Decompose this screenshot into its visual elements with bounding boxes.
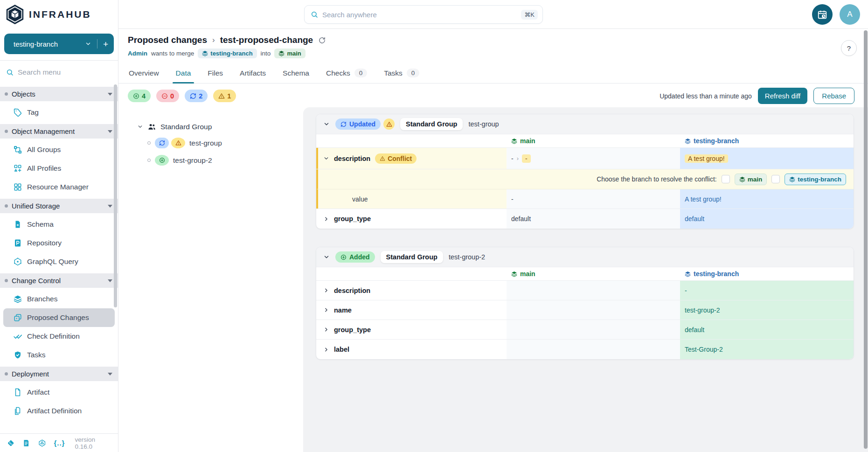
create-branch-button[interactable]: + bbox=[103, 40, 108, 49]
bullet-icon bbox=[5, 130, 8, 133]
resolver-label: Choose the branch to resolve the conflic… bbox=[597, 175, 717, 183]
sidebar-item-label: Branches bbox=[27, 295, 57, 303]
chevron-right-icon[interactable] bbox=[323, 327, 329, 333]
sidebar-item-artifact[interactable]: Artifact bbox=[0, 383, 118, 402]
documents-icon bbox=[14, 407, 22, 415]
sidebar-item-schema[interactable]: Schema bbox=[0, 215, 118, 234]
status-label: Added bbox=[349, 253, 370, 261]
sidebar-item-graphql-query[interactable]: GraphQL Query bbox=[0, 252, 118, 271]
resolve-branch-option[interactable]: testing-branch bbox=[785, 174, 846, 185]
tree-node-test-group[interactable]: test-group bbox=[147, 138, 303, 148]
tag-icon bbox=[14, 108, 22, 117]
breadcrumb-root[interactable]: Proposed changes bbox=[128, 35, 207, 45]
diff-card-test-group: Updated Standard Group test-group main t… bbox=[316, 114, 854, 229]
tree-node-label: test-group-2 bbox=[173, 156, 212, 165]
menu-section-change-control[interactable]: Change Control bbox=[0, 273, 118, 288]
conflict-pill: Conflict bbox=[375, 153, 417, 164]
avatar[interactable]: A bbox=[840, 4, 860, 25]
sidebar-item-check-definition[interactable]: Check Definition bbox=[0, 327, 118, 346]
chevron-down-icon[interactable] bbox=[323, 121, 330, 127]
sidebar-item-tag[interactable]: Tag bbox=[0, 103, 118, 122]
refresh-diff-button[interactable]: Refresh diff bbox=[758, 88, 807, 104]
chevron-down-icon[interactable] bbox=[323, 155, 329, 161]
main-column-header: main bbox=[507, 270, 680, 278]
chevron-right-icon[interactable] bbox=[323, 287, 329, 293]
branch-icon bbox=[739, 176, 745, 182]
rebase-button[interactable]: Rebase bbox=[813, 88, 854, 104]
app-logo[interactable]: INFRAHUB bbox=[0, 0, 118, 29]
branch-column-header: testing-branch bbox=[680, 270, 854, 278]
conflict-warning-icon bbox=[383, 118, 395, 130]
scrollbar-thumb[interactable] bbox=[864, 30, 868, 449]
resolve-main-checkbox[interactable] bbox=[722, 175, 730, 183]
schedule-button[interactable] bbox=[812, 4, 833, 25]
bullet-icon bbox=[147, 141, 151, 145]
global-search[interactable]: ⌘K bbox=[304, 5, 543, 24]
branch-selector[interactable]: testing-branch + bbox=[4, 34, 114, 54]
tab-schema[interactable]: Schema bbox=[283, 63, 309, 83]
sidebar-item-tasks[interactable]: Tasks bbox=[0, 346, 118, 364]
branch-value: default bbox=[685, 326, 704, 334]
sidebar-item-label: Artifact bbox=[27, 388, 49, 396]
menu-section-deployment[interactable]: Deployment bbox=[0, 367, 118, 381]
branch-value-cell: A test group! bbox=[680, 189, 854, 209]
global-search-input[interactable] bbox=[322, 11, 517, 19]
graphql-sandbox-icon[interactable] bbox=[38, 439, 46, 447]
sidebar-item-label: All Profiles bbox=[27, 164, 61, 173]
tab-data[interactable]: Data bbox=[176, 63, 191, 83]
tab-tasks[interactable]: Tasks0 bbox=[384, 63, 419, 83]
tree-node-test-group-2[interactable]: test-group-2 bbox=[147, 155, 303, 166]
git-icon[interactable] bbox=[7, 439, 14, 447]
updated-badge bbox=[155, 138, 169, 148]
attribute-name: description bbox=[334, 155, 370, 162]
attribute-row-label: label Test-Group-2 bbox=[316, 340, 854, 359]
chevron-right-icon[interactable] bbox=[323, 307, 329, 313]
resolve-branch-checkbox[interactable] bbox=[771, 175, 780, 183]
menu-search-input[interactable] bbox=[18, 68, 97, 76]
sidebar-item-artifact-definition[interactable]: Artifact Definition bbox=[0, 402, 118, 420]
attribute-row-description: description - bbox=[316, 281, 854, 300]
diff-card-header[interactable]: Added Standard Group test-group-2 bbox=[316, 247, 854, 267]
tab-artifacts[interactable]: Artifacts bbox=[240, 63, 266, 83]
page-scrollbar[interactable] bbox=[864, 29, 868, 452]
sidebar-item-label: Tag bbox=[27, 108, 39, 117]
menu-section-objects[interactable]: Objects bbox=[0, 87, 118, 101]
sidebar-item-branches[interactable]: Branches bbox=[0, 290, 118, 308]
docs-icon[interactable] bbox=[22, 439, 30, 447]
refresh-icon[interactable] bbox=[318, 36, 326, 44]
sidebar-item-all-groups[interactable]: All Groups bbox=[0, 140, 118, 159]
sidebar-item-label: Schema bbox=[27, 220, 54, 229]
help-button[interactable]: ? bbox=[841, 40, 857, 56]
merge-text: into bbox=[261, 50, 271, 57]
tab-files[interactable]: Files bbox=[208, 63, 223, 83]
chevron-right-icon[interactable] bbox=[323, 216, 329, 222]
sidebar-scrollbar[interactable] bbox=[114, 84, 117, 307]
sidebar-item-label: Check Definition bbox=[27, 332, 80, 341]
attribute-name: label bbox=[334, 346, 349, 353]
branch-icon bbox=[202, 50, 208, 56]
status-label: Updated bbox=[349, 120, 375, 128]
resolve-main-option[interactable]: main bbox=[735, 174, 767, 185]
tree-node-standard-group[interactable]: Standard Group bbox=[137, 122, 303, 131]
shortcut-badge: ⌘K bbox=[521, 10, 538, 20]
caret-down-icon bbox=[108, 130, 112, 133]
tab-overview[interactable]: Overview bbox=[129, 63, 159, 83]
kind-badge: Standard Group bbox=[400, 118, 463, 130]
code-braces-icon[interactable]: {..} bbox=[54, 439, 65, 447]
attribute-name: group_type bbox=[334, 215, 371, 223]
menu-section-unified-storage[interactable]: Unified Storage bbox=[0, 199, 118, 213]
sidebar-item-repository[interactable]: Repository bbox=[0, 234, 118, 252]
sidebar-item-proposed-changes[interactable]: Proposed Changes bbox=[3, 308, 115, 327]
menu-search[interactable] bbox=[0, 61, 118, 84]
chevron-right-icon[interactable] bbox=[323, 347, 329, 353]
diff-card-header[interactable]: Updated Standard Group test-group bbox=[316, 114, 854, 134]
sidebar-item-all-profiles[interactable]: All Profiles bbox=[0, 159, 118, 178]
sidebar-item-resource-manager[interactable]: Resource Manager bbox=[0, 178, 118, 196]
merge-text: wants to merge bbox=[151, 50, 194, 57]
search-icon bbox=[311, 11, 318, 18]
tab-checks[interactable]: Checks0 bbox=[326, 63, 367, 83]
chevron-down-icon[interactable] bbox=[323, 254, 330, 260]
menu-section-object-management[interactable]: Object Management bbox=[0, 124, 118, 139]
bullet-icon bbox=[5, 204, 8, 208]
attribute-row-description: description Conflict - › - A test group! bbox=[316, 148, 854, 169]
